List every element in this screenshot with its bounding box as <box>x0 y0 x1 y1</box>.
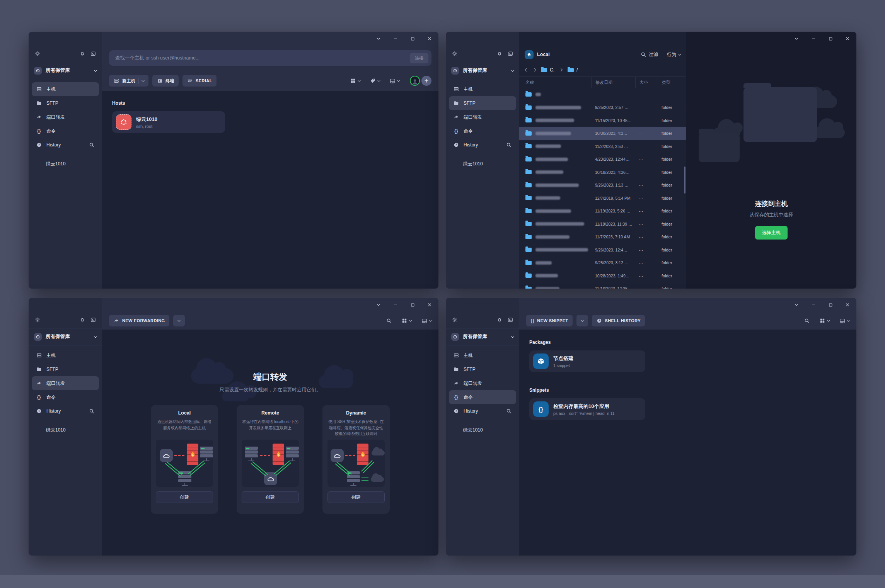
file-row[interactable]: 9/26/2023, 1:13 …- -folder <box>519 179 686 192</box>
close-button[interactable] <box>845 302 850 308</box>
view-grid-button[interactable] <box>819 318 830 323</box>
sidebar-item-hosts[interactable]: 主机 <box>449 348 516 362</box>
search-button[interactable] <box>386 318 392 323</box>
package-card[interactable]: 节点搭建 1 snippet <box>529 350 645 372</box>
breadcrumb-root[interactable]: / <box>568 67 578 73</box>
column-type[interactable]: 类型 <box>658 77 686 88</box>
layout-button[interactable] <box>839 318 849 324</box>
file-row[interactable]: 11/2/2023, 2:53 …- -folder <box>519 140 686 153</box>
maximize-button[interactable] <box>410 36 415 41</box>
terminal-button[interactable]: 终端 <box>152 75 179 87</box>
scrollbar[interactable] <box>684 167 685 194</box>
maximize-button[interactable] <box>828 302 833 308</box>
avatar[interactable] <box>410 76 420 86</box>
minimize-button[interactable] <box>393 36 398 41</box>
sidebar-item-history[interactable]: History <box>449 138 516 152</box>
search-input[interactable] <box>114 55 410 61</box>
maximize-button[interactable] <box>828 36 833 41</box>
local-home-icon[interactable] <box>525 50 534 59</box>
vault-selector[interactable]: 所有保管库 <box>446 62 519 79</box>
vault-selector[interactable]: 所有保管库 <box>29 62 102 79</box>
layout-button[interactable] <box>389 78 400 84</box>
sidebar-vault-name[interactable]: 绿云1010 <box>446 422 519 438</box>
window-menu-chevron[interactable] <box>794 302 799 308</box>
search-button[interactable] <box>804 318 810 323</box>
sidebar-item-port-forwarding[interactable]: 端口转发 <box>449 110 516 124</box>
notifications-bell-icon[interactable] <box>80 317 85 323</box>
view-grid-button[interactable] <box>350 78 360 83</box>
sidebar-item-commands[interactable]: {}命令 <box>32 124 99 138</box>
sidebar-vault-name[interactable]: 绿云1010 <box>29 422 102 438</box>
sidebar-item-port-forwarding[interactable]: 端口转发 <box>449 376 516 390</box>
sidebar-item-sftp[interactable]: SFTP <box>449 362 516 376</box>
settings-gear-icon[interactable] <box>35 317 40 323</box>
file-row[interactable]: 4/23/2023, 12:44…- -folder <box>519 153 686 166</box>
notifications-bell-icon[interactable] <box>497 51 502 56</box>
sidebar-item-hosts[interactable]: 主机 <box>449 82 516 96</box>
sidebar-item-commands[interactable]: {}命令 <box>32 390 99 404</box>
file-row[interactable]: 11/15/2023, 10:45…- -folder <box>519 114 686 127</box>
close-button[interactable] <box>427 36 432 41</box>
back-button[interactable] <box>525 68 528 71</box>
shell-history-button[interactable]: SHELL HISTORY <box>592 315 645 326</box>
file-row[interactable]: 9/25/2023, 3:12 …- -folder <box>519 257 686 270</box>
file-row[interactable]: 11/7/2023, 7:10 AM- -folder <box>519 231 686 244</box>
window-menu-chevron[interactable] <box>794 36 799 41</box>
window-menu-chevron[interactable] <box>376 36 381 41</box>
sidebar-item-hosts[interactable]: 主机 <box>32 348 99 362</box>
host-card[interactable]: 绿云1010 ssh, root <box>112 111 225 133</box>
chevron-down-icon[interactable] <box>142 78 145 82</box>
file-row[interactable]: 11/18/2023, 11:39 …- -folder <box>519 218 686 231</box>
create-button[interactable]: 创建 <box>242 491 299 503</box>
new-forwarding-button[interactable]: NEW FORWARDING <box>109 315 169 326</box>
window-menu-chevron[interactable] <box>376 302 381 308</box>
sidebar-vault-name[interactable]: 绿云1010 <box>29 156 102 172</box>
minimize-button[interactable] <box>811 302 816 308</box>
sidebar-item-sftp[interactable]: SFTP <box>32 96 99 110</box>
sidebar-item-port-forwarding[interactable]: 端口转发 <box>32 376 99 390</box>
sidebar-item-history[interactable]: History <box>32 138 99 152</box>
file-row[interactable]: 11/19/2023, 5:26 …- -folder <box>519 205 686 218</box>
breadcrumb-drive[interactable]: C: <box>541 67 554 73</box>
column-date[interactable]: 修改日期 <box>591 77 635 88</box>
minimize-button[interactable] <box>393 302 398 308</box>
filter-button[interactable]: 过滤 <box>640 51 658 58</box>
notifications-bell-icon[interactable] <box>80 51 85 56</box>
sidebar-item-history[interactable]: History <box>449 404 516 418</box>
snippet-card[interactable]: {} 检查内存最高的10个应用 ps aux --sort=-%mem | he… <box>529 398 645 420</box>
new-host-button[interactable]: 新主机 <box>109 75 148 87</box>
file-row[interactable]: 12/7/2019, 5:14 PM- -folder <box>519 192 686 205</box>
history-search-icon[interactable] <box>89 142 95 148</box>
select-host-button[interactable]: 选择主机 <box>755 226 788 240</box>
terminal-window-icon[interactable] <box>508 317 513 323</box>
view-grid-button[interactable] <box>401 318 412 323</box>
close-button[interactable] <box>427 302 432 308</box>
file-row[interactable]: 10/30/2023, 4:3…- -folder <box>519 127 686 140</box>
column-size[interactable]: 大小 <box>635 77 658 88</box>
new-forwarding-dropdown[interactable] <box>173 315 185 326</box>
connect-button[interactable]: 连接 <box>410 53 428 63</box>
file-row[interactable]: 11/16/2023, 12:35…- -folder <box>519 282 686 289</box>
sidebar-item-sftp[interactable]: SFTP <box>32 362 99 376</box>
tags-button[interactable] <box>370 78 380 83</box>
sidebar-item-history[interactable]: History <box>32 404 99 418</box>
sidebar-item-hosts[interactable]: 主机 <box>32 82 99 96</box>
terminal-window-icon[interactable] <box>90 317 96 323</box>
create-button[interactable]: 创建 <box>156 491 213 503</box>
vault-selector[interactable]: 所有保管库 <box>446 328 519 345</box>
history-search-icon[interactable] <box>89 408 95 414</box>
vault-selector[interactable]: 所有保管库 <box>29 328 102 345</box>
terminal-window-icon[interactable] <box>90 51 96 56</box>
settings-gear-icon[interactable] <box>452 317 457 323</box>
sidebar-item-port-forwarding[interactable]: 端口转发 <box>32 110 99 124</box>
forward-button[interactable] <box>533 68 536 71</box>
history-search-icon[interactable] <box>506 408 512 414</box>
sidebar-vault-name[interactable]: 绿云1010 <box>446 156 519 172</box>
settings-gear-icon[interactable] <box>452 51 457 56</box>
add-account-button[interactable] <box>421 76 431 86</box>
notifications-bell-icon[interactable] <box>497 317 502 323</box>
sidebar-item-commands[interactable]: {}命令 <box>449 390 516 404</box>
sidebar-item-commands[interactable]: {}命令 <box>449 124 516 138</box>
file-row[interactable]: 9/25/2023, 2:57 …- -folder <box>519 101 686 114</box>
column-name[interactable]: 名称 <box>519 77 591 88</box>
